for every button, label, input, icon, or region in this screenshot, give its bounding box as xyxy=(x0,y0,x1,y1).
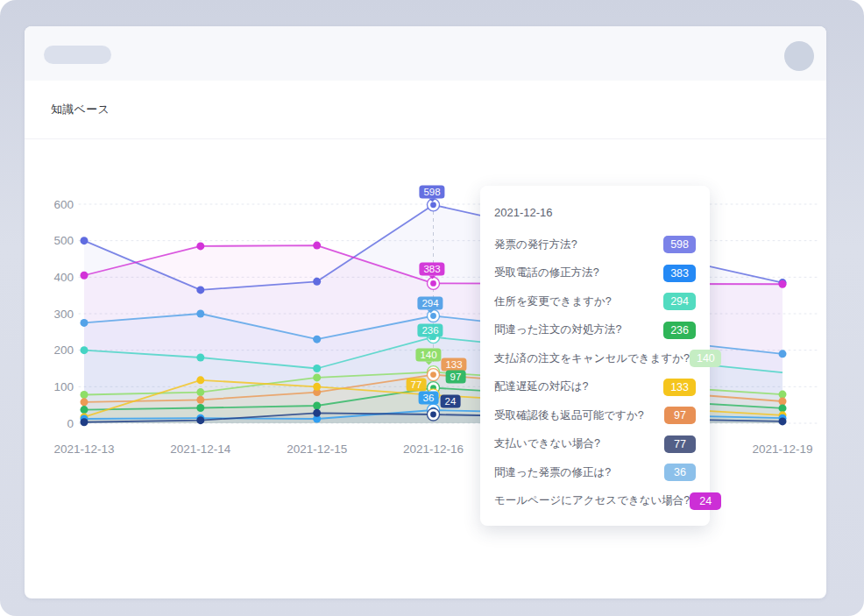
tooltip-row-value-badge: 133 xyxy=(663,379,696,396)
tooltip-row: 発票の発行方法? 598 xyxy=(494,230,696,259)
tooltip-row-label: モールページにアクセスできない場合? xyxy=(494,493,690,508)
app-window: 知識ベース 01002003004005006002021-12-132021-… xyxy=(0,0,864,616)
tooltip-row-label: 配達遅延の対応は? xyxy=(494,379,589,394)
tooltip-row-value-badge: 24 xyxy=(690,492,721,510)
tooltip-row: 受取電話の修正方法? 383 xyxy=(494,259,696,288)
tooltip-row: 受取確認後も返品可能ですか? 97 xyxy=(494,401,696,430)
tooltip-row: 支払済の注文をキャンセルできますか? 140 xyxy=(494,344,696,373)
tooltip-row-label: 受取電話の修正方法? xyxy=(494,266,599,280)
tooltip-rows: 発票の発行方法? 598 受取電話の修正方法? 383 住所を変更できますか? … xyxy=(494,230,696,515)
logo-placeholder xyxy=(44,46,111,64)
tooltip-row-value-badge: 236 xyxy=(663,322,696,339)
tooltip-row-value-badge: 36 xyxy=(664,464,696,481)
tooltip-row-label: 発票の発行方法? xyxy=(494,237,577,252)
tooltip-row-label: 間違った注文の対処方法? xyxy=(494,322,621,337)
tooltip-row-label: 住所を変更できますか? xyxy=(494,294,612,309)
tooltip-row-value-badge: 598 xyxy=(663,236,696,253)
tooltip-row-value-badge: 294 xyxy=(663,293,696,310)
tooltip-row: 支払いできない場合? 77 xyxy=(494,430,696,459)
tooltip-row: 配達遅延の対応は? 133 xyxy=(494,373,696,402)
page-title: 知識ベース xyxy=(51,102,110,117)
tooltip-row: 間違った注文の対処方法? 236 xyxy=(494,316,696,345)
tooltip-row: 間違った発票の修正は? 36 xyxy=(494,458,696,487)
tooltip-row-value-badge: 140 xyxy=(690,350,721,367)
tooltip-row: 住所を変更できますか? 294 xyxy=(494,287,696,316)
page-header: 知識ベース xyxy=(25,81,826,139)
top-navbar xyxy=(25,26,826,81)
tooltip-row-value-badge: 77 xyxy=(664,435,696,453)
tooltip-row: モールページにアクセスできない場合? 24 xyxy=(494,487,696,516)
tooltip-row-label: 支払いできない場合? xyxy=(494,436,600,451)
user-avatar[interactable] xyxy=(784,41,814,71)
chart-tooltip: 2021-12-16 発票の発行方法? 598 受取電話の修正方法? 383 住… xyxy=(480,186,710,526)
tooltip-row-label: 支払済の注文をキャンセルできますか? xyxy=(494,351,690,366)
tooltip-row-value-badge: 383 xyxy=(663,265,696,282)
tooltip-row-label: 間違った発票の修正は? xyxy=(494,465,611,480)
tooltip-row-label: 受取確認後も返品可能ですか? xyxy=(494,408,644,423)
tooltip-row-value-badge: 97 xyxy=(664,407,696,424)
tooltip-date: 2021-12-16 xyxy=(494,205,696,221)
